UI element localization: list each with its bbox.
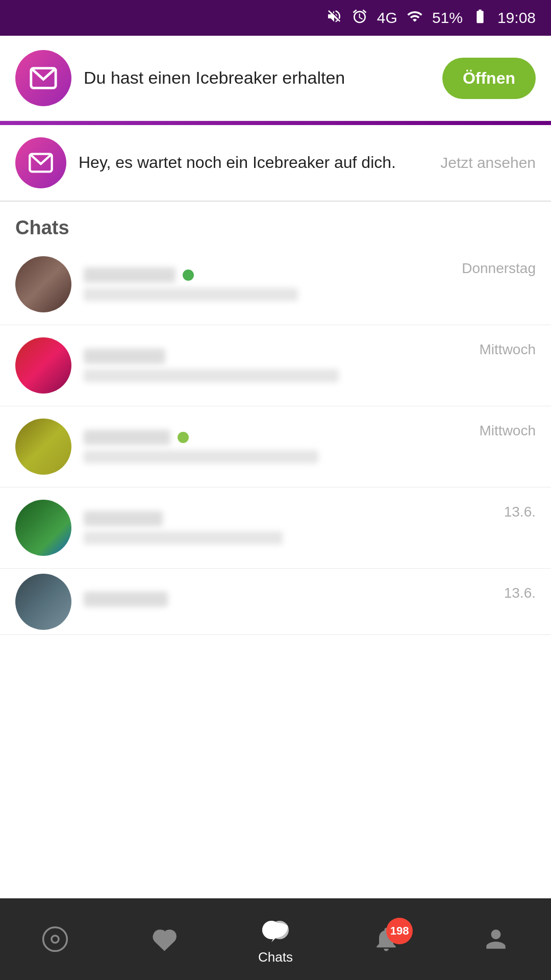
chat-list: Donnerstag Mittwoch Mittwoch xyxy=(0,244,551,635)
chat-name-row xyxy=(84,592,492,607)
likes-icon xyxy=(148,923,181,955)
chat-time: 13.6. xyxy=(504,581,536,601)
chat-content xyxy=(84,592,492,612)
open-button[interactable]: Öffnen xyxy=(442,58,536,99)
alarm-icon xyxy=(352,8,368,28)
chat-item[interactable]: Mittwoch xyxy=(0,325,551,406)
avatar xyxy=(15,574,71,630)
battery-icon xyxy=(472,8,488,28)
chat-time: Mittwoch xyxy=(480,419,536,439)
chat-item[interactable]: Mittwoch xyxy=(0,406,551,487)
chat-name-blurred xyxy=(84,267,176,283)
chat-time: Donnerstag xyxy=(462,256,536,277)
chats-header: Chats xyxy=(0,202,551,244)
chat-time: Mittwoch xyxy=(480,337,536,358)
chat-content xyxy=(84,349,467,382)
chat-message-blurred xyxy=(84,288,298,301)
discover-icon xyxy=(39,923,71,955)
icebreaker-notification-2[interactable]: Hey, es wartet noch ein Icebreaker auf d… xyxy=(0,125,551,202)
icebreaker-notification-1: Du hast einen Icebreaker erhalten Öffnen xyxy=(0,36,551,121)
svg-point-3 xyxy=(52,936,59,943)
online-indicator xyxy=(178,432,189,443)
chat-name-row xyxy=(84,267,449,283)
chat-name-blurred xyxy=(84,511,163,526)
chats-title: Chats xyxy=(15,217,69,238)
status-bar: 4G 51% 19:08 xyxy=(0,0,551,36)
chat-message-blurred xyxy=(84,450,318,463)
chat-content xyxy=(84,511,492,545)
battery-text: 51% xyxy=(432,9,463,27)
alerts-badge: 198 xyxy=(386,918,413,944)
avatar xyxy=(15,419,71,475)
nav-item-alerts[interactable]: 198 xyxy=(370,923,403,955)
chat-name-blurred xyxy=(84,349,165,364)
chat-content xyxy=(84,267,449,301)
accent-bar xyxy=(0,121,551,125)
chat-name-blurred xyxy=(84,430,170,445)
svg-point-2 xyxy=(43,927,67,951)
nav-item-likes[interactable] xyxy=(148,923,181,955)
icebreaker-icon-1 xyxy=(15,50,71,106)
nav-item-discover[interactable] xyxy=(39,923,71,955)
mute-icon xyxy=(326,8,342,28)
nav-item-chats[interactable]: Chats xyxy=(258,914,293,965)
chat-item[interactable]: Donnerstag xyxy=(0,244,551,325)
clock: 19:08 xyxy=(497,9,536,27)
chat-message-blurred xyxy=(84,531,283,545)
chat-message-blurred xyxy=(84,369,339,382)
chats-icon xyxy=(259,914,292,946)
nav-item-profile[interactable] xyxy=(480,923,512,955)
icebreaker-icon-2 xyxy=(15,137,66,188)
chat-item[interactable]: 13.6. xyxy=(0,487,551,569)
signal-icon xyxy=(407,8,423,28)
profile-icon xyxy=(480,923,512,955)
online-indicator xyxy=(183,270,194,281)
chat-content xyxy=(84,430,467,463)
notification-text-2: Hey, es wartet noch ein Icebreaker auf d… xyxy=(79,152,428,174)
chat-name-row xyxy=(84,349,467,364)
avatar xyxy=(15,337,71,394)
bottom-navigation: Chats 198 xyxy=(0,898,551,980)
chats-nav-label: Chats xyxy=(258,949,293,965)
chat-item[interactable]: 13.6. xyxy=(0,569,551,635)
chat-name-row xyxy=(84,511,492,526)
chat-time: 13.6. xyxy=(504,500,536,520)
avatar xyxy=(15,256,71,312)
network-indicator: 4G xyxy=(377,9,397,27)
notification-text-1: Du hast einen Icebreaker erhalten xyxy=(84,66,430,90)
view-now-link[interactable]: Jetzt ansehen xyxy=(440,154,536,172)
chat-name-blurred xyxy=(84,592,168,607)
chat-name-row xyxy=(84,430,467,445)
avatar xyxy=(15,500,71,556)
